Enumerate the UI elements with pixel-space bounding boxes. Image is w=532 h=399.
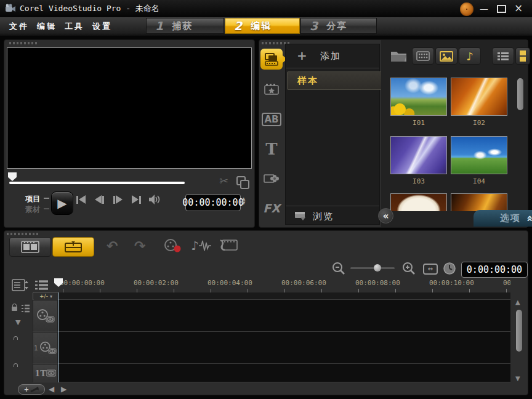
corel-ball-icon[interactable] — [460, 2, 474, 16]
title-bar: Corel VideoStudio Pro - 未命名 — × — [0, 0, 532, 17]
options-button[interactable]: 选项 « — [474, 210, 532, 227]
menu-edit[interactable]: 编辑 — [37, 17, 57, 36]
title-track-header[interactable]: 1T — [33, 364, 58, 382]
menu-settings[interactable]: 设置 — [92, 17, 112, 36]
app-icon — [5, 4, 16, 14]
thumbnail-grid: I01 I02 I03 I04 — [381, 75, 528, 211]
minimize-button[interactable]: — — [479, 4, 489, 14]
scroll-up-icon[interactable]: ▲ — [515, 299, 520, 305]
scrubber-bar[interactable] — [9, 182, 185, 184]
folder-icon[interactable] — [390, 49, 408, 63]
track-manager-icon[interactable] — [12, 279, 29, 291]
menu-tools[interactable]: 工具 — [65, 17, 84, 36]
undo-button[interactable]: ↶ — [107, 238, 118, 254]
duration-clock-icon[interactable] — [443, 262, 456, 275]
panel-drag-handle[interactable] — [9, 42, 38, 44]
library-item-I03[interactable] — [390, 136, 447, 174]
tab-share[interactable]: 3 分享 — [300, 18, 377, 34]
tab-capture[interactable]: 1 捕获 — [146, 18, 224, 34]
overlay-track-lane[interactable] — [58, 332, 510, 364]
tab-edit[interactable]: 2 编辑 — [225, 18, 300, 34]
panel-drag-handle[interactable] — [7, 233, 39, 235]
track-tools-chip[interactable]: +/- ▾ — [33, 292, 59, 300]
menu-file[interactable]: 文件 — [9, 17, 29, 36]
timeline-timecode[interactable]: 0:00:00:00 — [461, 262, 528, 278]
maximize-button[interactable] — [497, 5, 506, 13]
ruler-swatch-icon — [30, 387, 39, 393]
previous-frame-button[interactable] — [95, 195, 104, 204]
nav-transition-ab-button[interactable]: AB — [260, 109, 283, 130]
tab-share-label: 分享 — [326, 20, 347, 32]
add-gallery-button[interactable]: + 添加 — [286, 44, 379, 68]
playhead-line — [58, 292, 58, 382]
timecode-stepper[interactable]: ▲ ▼ — [242, 197, 245, 206]
library-item-I01[interactable] — [390, 78, 447, 116]
expand-track-icon[interactable]: ▼ — [15, 318, 20, 326]
redo-button[interactable]: ↷ — [134, 238, 145, 254]
browse-button[interactable]: 浏览 — [286, 206, 379, 225]
record-capture-icon[interactable] — [163, 238, 182, 253]
timeline-ruler[interactable]: 00:00:00:00 00:00:02:00 00:00:04:00 00:0… — [33, 278, 510, 292]
library-item-I04[interactable] — [451, 136, 507, 174]
video-track-lane[interactable] — [58, 300, 510, 332]
clip-mode-label[interactable]: 素材 — [25, 204, 40, 215]
library-item-partial[interactable] — [390, 193, 447, 211]
library-item-I02[interactable] — [451, 78, 507, 116]
project-mode-label[interactable]: 项目 — [25, 194, 40, 204]
volume-icon[interactable] — [148, 194, 162, 205]
scroll-right-icon[interactable]: ▶ — [61, 385, 66, 393]
scroll-down-icon[interactable]: ▼ — [515, 375, 520, 382]
nav-transition-button[interactable] — [260, 79, 283, 100]
gallery-item-sample[interactable]: 样本 — [287, 71, 389, 90]
timeline-lane-strip — [58, 292, 510, 300]
lock-icon[interactable] — [12, 307, 17, 311]
library-panel: AB T FX + 添加 样本 — [259, 39, 528, 228]
preview-timecode[interactable]: 00:00:00:00 — [185, 194, 241, 211]
zoom-slider-handle[interactable] — [374, 264, 381, 272]
enlarge-preview-icon[interactable] — [236, 176, 246, 185]
library-item-partial[interactable] — [451, 193, 507, 211]
menu-bar: 文件 编辑 工具 设置 1 捕获 2 编辑 3 分享 — [0, 17, 532, 36]
trim-marker[interactable] — [8, 172, 17, 181]
nav-title-button[interactable]: T — [260, 139, 283, 159]
timeline-panel: ↶ ↷ ♪ — [4, 230, 528, 395]
zoom-in-icon[interactable] — [402, 262, 416, 275]
videostudio-window: Corel VideoStudio Pro - 未命名 — × 文件 编辑 工具… — [0, 0, 532, 399]
nav-graphic-button[interactable] — [260, 168, 283, 189]
fit-project-icon[interactable]: ↔ — [423, 264, 438, 275]
play-button[interactable]: ▶ — [51, 191, 73, 215]
timeline-scrollbar[interactable] — [516, 310, 522, 352]
close-button[interactable]: × — [514, 3, 523, 13]
tab-capture-number: 1 — [155, 19, 163, 33]
timeline-zoom-slider[interactable] — [350, 267, 395, 269]
filter-photo-button[interactable] — [435, 47, 457, 65]
scroll-left-icon[interactable]: ◀ — [49, 385, 54, 393]
timeline-view-button[interactable] — [52, 237, 94, 257]
zoom-out-icon[interactable] — [332, 262, 345, 275]
speed-render-icon[interactable] — [219, 238, 238, 252]
tab-edit-number: 2 — [234, 19, 242, 33]
timeline-view-icon — [65, 241, 82, 253]
filter-music-button[interactable]: ♪ — [459, 47, 481, 65]
go-start-button[interactable] — [76, 195, 86, 204]
filter-video-button[interactable] — [412, 47, 434, 65]
thumbnail-view-button[interactable] — [515, 47, 530, 65]
go-end-button[interactable] — [132, 195, 141, 204]
next-frame-button[interactable] — [113, 195, 123, 204]
music-filter-icon: ♪ — [466, 50, 474, 63]
nav-filter-button[interactable]: FX — [260, 198, 283, 219]
cut-clip-icon[interactable]: ✂ — [219, 174, 228, 187]
video-track-icon — [36, 308, 55, 323]
nav-media-button[interactable] — [260, 49, 283, 70]
overlay-track-header[interactable]: 1 — [33, 332, 58, 364]
storyboard-view-button[interactable] — [9, 237, 51, 257]
list-view-button[interactable] — [492, 47, 514, 65]
video-track-header[interactable] — [33, 300, 58, 332]
track-options-icon[interactable] — [20, 304, 30, 313]
collapse-gallery-button[interactable]: « — [378, 208, 393, 224]
library-area: ♪ I01 I02 — [381, 40, 528, 227]
title-track-lane[interactable] — [58, 364, 510, 382]
ab-icon: AB — [262, 113, 281, 126]
add-track-button[interactable]: + — [18, 384, 45, 395]
sound-mixer-button[interactable]: ♪ — [191, 238, 211, 253]
